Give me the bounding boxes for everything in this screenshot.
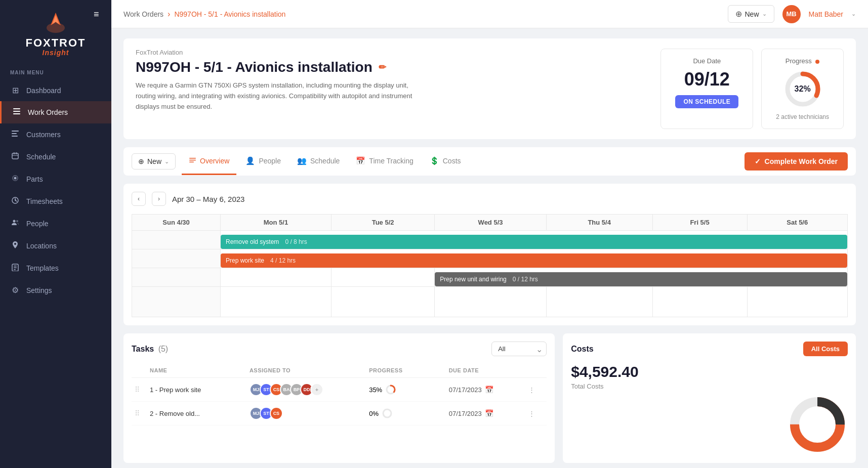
sidebar-item-label: Templates — [26, 264, 59, 272]
total-cost: $4,592.40 — [571, 363, 848, 380]
costs-donut-chart — [787, 394, 848, 455]
tasks-title: Tasks (5) — [132, 345, 168, 354]
header-card: FoxTrot Aviation N997OH - 5/1 - Avionics… — [123, 38, 856, 139]
user-avatar[interactable]: MB — [782, 5, 801, 23]
tab-people-label: People — [259, 157, 281, 165]
tab-schedule-label: Schedule — [310, 157, 340, 165]
tab-people[interactable]: 👤 People — [238, 148, 288, 175]
tasks-filter-select[interactable]: All Open In Progress Complete — [491, 342, 547, 356]
topbar-new-button[interactable]: ⊕ New ⌄ — [728, 5, 774, 23]
calendar-icon[interactable]: 📅 — [485, 409, 493, 417]
tab-new-button[interactable]: ⊕ New ⌄ — [132, 153, 176, 169]
table-row: ⠿ 1 - Prep work site MJ ST CS BA BP DD +… — [132, 378, 547, 402]
complete-work-order-button[interactable]: ✓ Complete Work Order — [745, 152, 848, 171]
col-assigned: ASSIGNED TO — [250, 367, 369, 373]
gantt-col-sun: Sun 4/30 — [132, 215, 221, 231]
gantt-col-fri: Fri 5/5 — [652, 215, 747, 231]
work-order-title: N997OH - 5/1 - Avionics installation ✏ — [136, 59, 660, 75]
user-name[interactable]: Matt Baber — [809, 10, 843, 18]
tab-schedule[interactable]: 👥 Schedule — [290, 148, 347, 175]
gantt-bar-prep-new-unit[interactable]: Prep new unit and wiring 0 / 12 hrs — [435, 272, 847, 286]
more-options-button[interactable]: ⋮ — [528, 386, 544, 394]
complete-btn-label: Complete Work Order — [765, 157, 838, 165]
tab-costs[interactable]: 💲 Costs — [423, 148, 468, 175]
sidebar-item-timesheets[interactable]: Timesheets — [0, 190, 111, 212]
tab-overview[interactable]: Overview — [182, 148, 236, 175]
add-assignee-button[interactable]: + — [310, 383, 323, 396]
sidebar-item-dashboard[interactable]: ⊞ Dashboard — [0, 79, 111, 101]
mini-donut — [382, 408, 393, 419]
costs-card: Costs All Costs $4,592.40 Total Costs — [563, 333, 856, 463]
sidebar-item-customers[interactable]: Customers — [0, 123, 111, 146]
customers-icon — [10, 130, 20, 140]
table-row: ⠿ 2 - Remove old... MJ ST CS 0% — [132, 402, 547, 426]
bar-label: Prep new unit and wiring — [440, 276, 506, 283]
breadcrumb-work-orders[interactable]: Work Orders — [123, 10, 163, 18]
svg-point-17 — [14, 243, 16, 245]
bottom-section: Tasks (5) All Open In Progress Complete — [123, 333, 856, 463]
foxtrot-logo-icon — [43, 10, 68, 35]
user-chevron-icon[interactable]: ⌄ — [851, 11, 856, 17]
svg-rect-11 — [16, 152, 17, 154]
sidebar-item-templates[interactable]: Templates — [0, 257, 111, 279]
costs-donut-container — [571, 394, 848, 455]
prev-week-button[interactable]: ‹ — [132, 192, 146, 206]
svg-point-15 — [13, 220, 16, 223]
sidebar-item-parts[interactable]: Parts — [0, 168, 111, 190]
people-icon — [10, 219, 20, 229]
tasks-filter-wrapper: All Open In Progress Complete — [491, 342, 547, 356]
more-options-button[interactable]: ⋮ — [528, 410, 544, 417]
chevron-icon: ⌄ — [762, 11, 767, 17]
total-cost-label: Total Costs — [571, 382, 848, 390]
sidebar-item-settings[interactable]: ⚙ Settings — [0, 279, 111, 301]
sidebar: ≡ FOXTROT Insight MAIN MENU ⊞ Dashboard … — [0, 0, 111, 468]
gantt-chart: Sun 4/30 Mon 5/1 Tue 5/2 Wed 5/3 Thu 5/4… — [132, 214, 848, 317]
on-schedule-badge: ON SCHEDULE — [675, 95, 738, 108]
breadcrumb-current: N997OH - 5/1 - Avionics installation — [174, 10, 285, 18]
tab-new-plus-icon: ⊕ — [138, 157, 144, 165]
next-week-button[interactable]: › — [152, 192, 166, 206]
calendar-icon[interactable]: 📅 — [485, 386, 493, 394]
tabs-left: ⊕ New ⌄ Overview 👤 People 👥 Schedule — [132, 148, 468, 175]
task-due-date: 07/17/2023 📅 — [449, 386, 529, 394]
svg-rect-26 — [189, 161, 194, 162]
tab-time-icon: 📅 — [356, 156, 365, 165]
edit-icon[interactable]: ✏ — [379, 62, 386, 73]
tab-overview-label: Overview — [200, 157, 229, 165]
sidebar-item-people[interactable]: People — [0, 212, 111, 235]
page-content: FoxTrot Aviation N997OH - 5/1 - Avionics… — [111, 28, 868, 468]
hamburger-button[interactable]: ≡ — [94, 9, 99, 20]
gantt-col-wed: Wed 5/3 — [435, 215, 546, 231]
costs-header: Costs All Costs — [571, 342, 848, 356]
work-orders-icon — [12, 107, 22, 117]
col-name: NAME — [150, 367, 250, 373]
bar-hours: 0 / 12 hrs — [513, 276, 538, 283]
tasks-title-text: Tasks — [132, 345, 154, 353]
tab-time-tracking[interactable]: 📅 Time Tracking — [349, 148, 420, 175]
drag-handle[interactable]: ⠿ — [135, 409, 150, 417]
all-costs-button[interactable]: All Costs — [803, 342, 848, 356]
tasks-header: Tasks (5) All Open In Progress Complete — [132, 342, 547, 356]
active-technicians: 2 active technicians — [776, 113, 829, 120]
tab-costs-label: Costs — [443, 157, 461, 165]
main-menu-label: MAIN MENU — [0, 62, 111, 79]
svg-point-13 — [14, 177, 17, 180]
gantt-cell-sun-3 — [132, 268, 221, 287]
sidebar-item-work-orders[interactable]: Work Orders — [0, 101, 111, 123]
sidebar-item-label: Timesheets — [26, 197, 63, 205]
sidebar-item-schedule[interactable]: Schedule — [0, 146, 111, 168]
drag-handle[interactable]: ⠿ — [135, 386, 150, 394]
svg-rect-7 — [12, 133, 17, 134]
svg-rect-6 — [12, 131, 19, 132]
gantt-table: Sun 4/30 Mon 5/1 Tue 5/2 Wed 5/3 Thu 5/4… — [132, 214, 848, 317]
work-order-description: We require a Garmin GTN 750Xi GPS system… — [136, 80, 429, 112]
gantt-cell-bar-1: Remove old system 0 / 8 hrs — [221, 231, 848, 249]
svg-point-0 — [47, 23, 65, 33]
sidebar-item-locations[interactable]: Locations — [0, 235, 111, 257]
gantt-bar-remove-old-system[interactable]: Remove old system 0 / 8 hrs — [221, 235, 847, 249]
gantt-cell-mon-3 — [221, 268, 332, 287]
tasks-card: Tasks (5) All Open In Progress Complete — [123, 333, 555, 463]
gantt-col-sat: Sat 5/6 — [747, 215, 847, 231]
gantt-bar-prep-work-site[interactable]: Prep work site 4 / 12 hrs — [221, 253, 847, 268]
sidebar-item-label: People — [26, 220, 49, 228]
